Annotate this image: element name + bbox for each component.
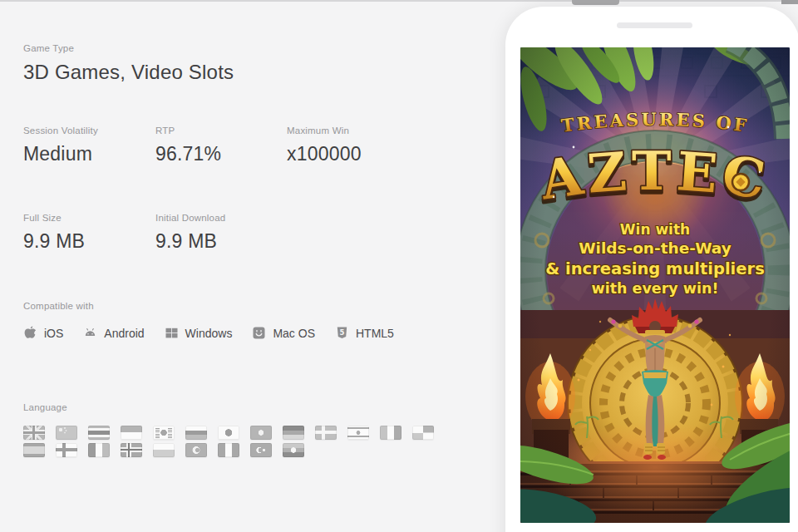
game-type-label: Game Type	[23, 43, 234, 53]
html5-icon: 5	[335, 326, 349, 340]
initial-download-label: Initial Download	[155, 213, 489, 223]
platform-html5: 5 HTML5	[335, 326, 394, 340]
section-sizes: Full Size 9.9 MB Initial Download 9.9 MB	[23, 213, 489, 253]
game-type-value: 3D Games, Video Slots	[23, 61, 234, 84]
flag-danish[interactable]	[315, 426, 337, 440]
section-game-type: Game Type 3D Games, Video Slots	[23, 43, 234, 84]
flag-spanish[interactable]	[23, 443, 45, 457]
phone-mockup: TREASURES OF AZTEC AZTEC Win with Wilds-…	[505, 7, 798, 532]
platform-android: Android	[83, 326, 144, 340]
volatility-label: Session Volatility	[23, 126, 155, 135]
platform-ios: iOS	[23, 326, 63, 340]
top-tab	[572, 0, 619, 5]
stat-rtp: RTP 96.71%	[155, 126, 287, 165]
android-icon	[83, 326, 97, 340]
stat-full-size: Full Size 9.9 MB	[23, 213, 155, 253]
flag-turkish[interactable]	[250, 443, 272, 457]
flag-russian[interactable]	[185, 426, 207, 440]
language-flags-row-1	[23, 426, 489, 440]
stat-volatility: Session Volatility Medium	[23, 126, 155, 165]
top-right-notch	[781, 0, 798, 4]
stat-max-win: Maximum Win x100000	[287, 126, 489, 165]
stat-initial-download: Initial Download 9.9 MB	[155, 213, 489, 253]
page-top-border	[0, 0, 798, 2]
phone-speaker	[617, 22, 692, 28]
rtp-value: 96.71%	[155, 143, 287, 165]
compatible-label: Compatible with	[23, 301, 489, 311]
platform-windows: Windows	[165, 326, 233, 340]
initial-download-value: 9.9 MB	[155, 230, 489, 253]
flag-thai[interactable]	[88, 426, 110, 440]
windows-icon	[165, 326, 179, 340]
section-compatible: Compatible with iOS Android	[23, 301, 489, 340]
platform-windows-label: Windows	[185, 327, 233, 340]
flag-vietnamese[interactable]	[250, 426, 272, 440]
flag-quartered[interactable]	[412, 426, 434, 440]
apple-icon	[23, 326, 37, 340]
section-language: Language	[23, 402, 489, 461]
max-win-label: Maximum Win	[287, 126, 489, 135]
flag-hebrew[interactable]	[347, 426, 369, 440]
flag-myanmar[interactable]	[283, 443, 304, 457]
game-art: TREASURES OF AZTEC AZTEC Win with Wilds-…	[520, 47, 790, 523]
language-flags	[23, 426, 489, 457]
flag-english-uk[interactable]	[23, 426, 45, 440]
full-size-value: 9.9 MB	[23, 230, 155, 253]
flag-norwegian[interactable]	[121, 443, 142, 457]
flag-japanese[interactable]	[218, 426, 239, 440]
macos-icon	[252, 326, 266, 340]
platform-html5-label: HTML5	[356, 327, 394, 340]
language-label: Language	[23, 402, 489, 412]
volatility-value: Medium	[23, 143, 155, 165]
platform-macos-label: Mac OS	[273, 327, 315, 340]
full-size-label: Full Size	[23, 213, 155, 223]
section-stats: Session Volatility Medium RTP 96.71% Max…	[23, 126, 489, 165]
flag-peruvian[interactable]	[218, 443, 239, 457]
platform-list: iOS Android Windows	[23, 326, 489, 340]
flag-french[interactable]	[88, 443, 110, 457]
flag-korean[interactable]	[153, 426, 175, 440]
flag-polish[interactable]	[153, 443, 175, 457]
max-win-value: x100000	[287, 143, 489, 165]
phone-screen: TREASURES OF AZTEC AZTEC Win with Wilds-…	[520, 47, 790, 523]
platform-ios-label: iOS	[44, 327, 63, 340]
svg-text:5: 5	[340, 328, 345, 337]
flag-tunisian[interactable]	[185, 443, 207, 457]
flag-indonesian[interactable]	[121, 426, 142, 440]
flag-german[interactable]	[283, 426, 304, 440]
rtp-label: RTP	[155, 126, 287, 135]
platform-macos: Mac OS	[252, 326, 315, 340]
flag-italian[interactable]	[380, 426, 401, 440]
platform-android-label: Android	[104, 327, 144, 340]
language-flags-row-2	[23, 443, 489, 457]
flag-finnish[interactable]	[56, 443, 77, 457]
flag-chinese[interactable]	[56, 426, 77, 440]
